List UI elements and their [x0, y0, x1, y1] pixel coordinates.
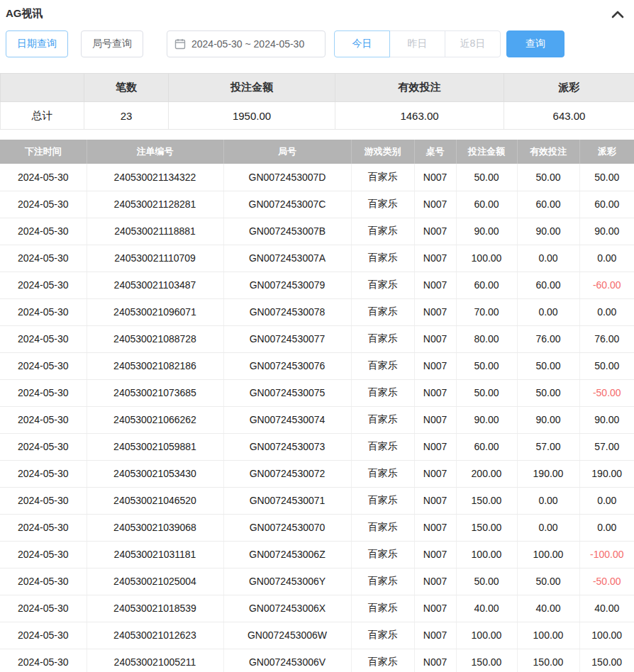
quick-range-group: 今日 昨日 近8日 [334, 30, 501, 57]
calendar-icon [174, 38, 186, 50]
table-cell: 2024-05-30 [0, 245, 87, 271]
table-cell: 2024-05-30 [0, 406, 87, 433]
table-cell: 150.00 [456, 487, 517, 514]
table-cell: 240530021096071 [87, 298, 223, 325]
table-cell: -60.00 [579, 271, 634, 298]
page: AG视讯 日期查询 局号查询 2024-05-30 ~ 2024-05-30 今… [0, 0, 634, 672]
table-cell: 70.00 [456, 298, 517, 325]
table-cell: 90.00 [517, 218, 579, 245]
table-cell: 2024-05-30 [0, 460, 87, 487]
table-cell: N007 [414, 164, 456, 191]
table-cell: N007 [414, 406, 456, 433]
table-cell: 240530021025004 [87, 568, 223, 595]
table-cell: 90.00 [456, 218, 517, 245]
table-cell: 50.00 [456, 568, 517, 595]
table-cell: N007 [414, 352, 456, 379]
table-cell: GN0072453006V [223, 649, 351, 672]
table-cell: 60.00 [456, 191, 517, 218]
table-cell: 240530021088728 [87, 325, 223, 352]
table-cell: 57.00 [517, 433, 579, 460]
table-row: 2024-05-30240530021110709GN0072453007A百家… [0, 245, 634, 271]
table-cell: 2024-05-30 [0, 218, 87, 245]
table-cell: 150.00 [456, 514, 517, 541]
bet-table: 下注时间 注单编号 局号 游戏类别 桌号 投注金额 有效投注 派彩 2024-0… [0, 140, 634, 672]
table-cell: 150.00 [517, 649, 579, 672]
table-cell: N007 [414, 595, 456, 622]
table-cell: GN00724530070 [223, 514, 351, 541]
header-table-no: 桌号 [414, 140, 456, 164]
table-cell: 240530021082186 [87, 352, 223, 379]
date-range-picker[interactable]: 2024-05-30 ~ 2024-05-30 [167, 30, 326, 57]
table-cell: GN00724530073 [223, 433, 351, 460]
table-cell: GN0072453006Y [223, 568, 351, 595]
table-cell: 240530021053430 [87, 460, 223, 487]
header-game-type: 游戏类别 [351, 140, 414, 164]
table-row: 2024-05-30240530021039068GN00724530070百家… [0, 514, 634, 541]
quick-button-today[interactable]: 今日 [334, 30, 390, 57]
bet-table-header-row: 下注时间 注单编号 局号 游戏类别 桌号 投注金额 有效投注 派彩 [0, 140, 634, 164]
table-cell: 80.00 [456, 325, 517, 352]
table-cell: GN0072453006X [223, 595, 351, 622]
table-cell: 200.00 [456, 460, 517, 487]
table-cell: 76.00 [579, 325, 634, 352]
table-cell: N007 [414, 649, 456, 672]
table-cell: N007 [414, 379, 456, 406]
table-cell: 百家乐 [351, 245, 414, 271]
table-cell: 100.00 [517, 541, 579, 568]
table-cell: 240530021128281 [87, 191, 223, 218]
table-cell: 2024-05-30 [0, 622, 87, 649]
table-cell: 190.00 [579, 460, 634, 487]
table-cell: -50.00 [579, 379, 634, 406]
round-query-button[interactable]: 局号查询 [81, 30, 143, 57]
table-cell: 50.00 [517, 352, 579, 379]
table-cell: 60.00 [517, 191, 579, 218]
table-cell: 50.00 [456, 379, 517, 406]
table-cell: 240530021039068 [87, 514, 223, 541]
table-row: 2024-05-30240530021103487GN00724530079百家… [0, 271, 634, 298]
table-row: 2024-05-30240530021073685GN00724530075百家… [0, 379, 634, 406]
table-cell: 2024-05-30 [0, 514, 87, 541]
collapse-button[interactable] [610, 8, 625, 21]
table-cell: 百家乐 [351, 514, 414, 541]
table-cell: 百家乐 [351, 379, 414, 406]
table-cell: 40.00 [579, 595, 634, 622]
table-cell: -50.00 [579, 568, 634, 595]
table-cell: 百家乐 [351, 218, 414, 245]
table-cell: 240530021012623 [87, 622, 223, 649]
table-cell: 240530021018539 [87, 595, 223, 622]
table-cell: 50.00 [517, 164, 579, 191]
table-cell: N007 [414, 218, 456, 245]
table-cell: 76.00 [517, 325, 579, 352]
table-cell: 60.00 [517, 271, 579, 298]
header-bet-id: 注单编号 [87, 140, 223, 164]
table-cell: 50.00 [456, 352, 517, 379]
table-cell: N007 [414, 245, 456, 271]
search-button[interactable]: 查询 [506, 30, 565, 57]
quick-button-last8days[interactable]: 近8日 [445, 30, 501, 57]
table-cell: 60.00 [456, 433, 517, 460]
table-cell: 2024-05-30 [0, 379, 87, 406]
table-cell: 百家乐 [351, 487, 414, 514]
table-cell: 190.00 [517, 460, 579, 487]
table-cell: 2024-05-30 [0, 271, 87, 298]
table-cell: 240530021066262 [87, 406, 223, 433]
date-query-button[interactable]: 日期查询 [6, 30, 68, 57]
table-cell: 60.00 [579, 191, 634, 218]
table-cell: 0.00 [579, 487, 634, 514]
table-cell: 2024-05-30 [0, 298, 87, 325]
table-cell: 2024-05-30 [0, 595, 87, 622]
summary-total-label: 总计 [1, 102, 84, 130]
table-cell: 0.00 [517, 487, 579, 514]
table-cell: 90.00 [517, 406, 579, 433]
table-cell: 40.00 [517, 595, 579, 622]
table-cell: N007 [414, 271, 456, 298]
table-cell: 0.00 [517, 245, 579, 271]
table-row: 2024-05-30240530021025004GN0072453006Y百家… [0, 568, 634, 595]
table-cell: 100.00 [517, 622, 579, 649]
table-cell: 百家乐 [351, 352, 414, 379]
table-row: 2024-05-30240530021031181GN0072453006Z百家… [0, 541, 634, 568]
table-cell: 0.00 [579, 514, 634, 541]
chevron-up-icon [611, 11, 624, 21]
quick-button-yesterday[interactable]: 昨日 [389, 30, 445, 57]
table-cell: N007 [414, 191, 456, 218]
